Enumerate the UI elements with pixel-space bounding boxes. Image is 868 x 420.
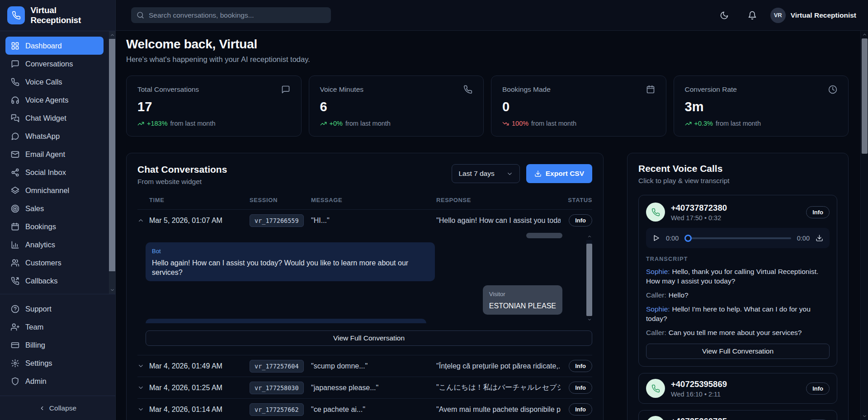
sidebar-item-sales[interactable]: Sales (5, 199, 104, 217)
conversation-scrollbar-thumb[interactable] (586, 244, 592, 316)
gear-icon (11, 359, 19, 368)
collapse-button[interactable]: Collapse (0, 396, 115, 420)
sidebar-scrollbar-thumb[interactable] (109, 39, 115, 271)
row-message: "ce pachete ai..." (311, 406, 436, 414)
stat-label: Voice Minutes (320, 85, 364, 94)
sidebar-scrollbar-track[interactable] (109, 39, 115, 286)
search-icon (137, 11, 144, 19)
scroll-up-icon[interactable] (110, 31, 115, 39)
chevron-up-icon[interactable] (137, 217, 149, 224)
trending-up-icon (685, 120, 692, 127)
sidebar-item-omnichannel[interactable]: Omnichannel (5, 181, 104, 199)
page-scrollbar-thumb[interactable] (862, 38, 868, 154)
voice-call-expanded[interactable]: +40737872380 Wed 17:50 • 0:32 Info 0:00 (638, 195, 837, 367)
info-badge[interactable]: Info (569, 382, 592, 394)
call-meta: Wed 17:50 • 0:32 (671, 214, 727, 222)
sidebar-item-admin[interactable]: Admin (5, 372, 104, 390)
stat-delta-suffix: from last month (716, 120, 761, 127)
scroll-down-icon[interactable] (862, 412, 867, 420)
stat-value: 17 (137, 99, 290, 114)
chevron-down-icon[interactable] (137, 406, 149, 413)
shield-icon (11, 377, 19, 386)
sidebar-item-billing[interactable]: Billing (5, 336, 104, 354)
transcript-speaker: Sophie: (646, 268, 670, 275)
voice-call-list: +40725395869 Wed 16:10 • 2:11 Info (638, 373, 837, 420)
date-range-select[interactable]: Last 7 days (452, 164, 519, 183)
search-box[interactable] (131, 7, 331, 23)
view-full-conversation-button[interactable]: View Full Conversation (646, 344, 830, 359)
table-row-expanded[interactable]: Mar 5, 2026, 01:07 AM vr_177266559 "HI..… (137, 209, 592, 231)
session-badge: vr_177257604 (250, 360, 304, 373)
download-recording-button[interactable] (816, 234, 823, 242)
app-logo (7, 6, 25, 24)
scroll-down-icon[interactable] (110, 286, 115, 294)
sidebar-item-customers[interactable]: Customers (5, 254, 104, 272)
info-badge[interactable]: Info (806, 382, 830, 395)
page-scrollbar-track[interactable] (862, 38, 868, 412)
sidebar-item-email-agent[interactable]: Email Agent (5, 145, 104, 163)
theme-toggle-button[interactable] (720, 11, 729, 20)
sidebar-item-whatsapp[interactable]: WhatsApp (5, 127, 104, 145)
sidebar-item-chat-widget[interactable]: Chat Widget (5, 109, 104, 127)
info-badge[interactable]: Info (806, 206, 830, 218)
info-badge[interactable]: Info (569, 360, 592, 372)
topbar-right: VR Virtual Receptionist (701, 8, 856, 23)
sidebar-item-bookings[interactable]: Bookings (5, 217, 104, 236)
mail-icon (11, 150, 19, 159)
slider-handle[interactable] (684, 235, 692, 242)
sidebar-item-support[interactable]: Support (5, 300, 104, 318)
scroll-down-icon[interactable] (587, 316, 592, 323)
sidebar-item-settings[interactable]: Settings (5, 354, 104, 372)
play-button[interactable] (652, 234, 660, 242)
avatar[interactable]: VR (770, 8, 786, 23)
sidebar-item-team[interactable]: Team (5, 318, 104, 336)
sidebar-item-dashboard[interactable]: Dashboard (5, 37, 104, 55)
transcript-label: TRANSCRIPT (646, 256, 830, 262)
app-logo-row: Virtual Receptionist (0, 0, 115, 31)
scroll-up-icon[interactable] (862, 31, 867, 38)
table-row[interactable]: Mar 4, 2026, 01:49 AM vr_177257604 "scum… (137, 355, 592, 377)
app-root: Virtual Receptionist Dashboard Conversat… (0, 0, 868, 420)
stat-delta: +0% from last month (320, 120, 473, 127)
sidebar-item-label: Billing (25, 341, 45, 349)
headphones-icon (11, 96, 19, 104)
info-badge[interactable]: Info (569, 403, 592, 415)
stat-delta-suffix: from last month (345, 120, 391, 127)
notifications-button[interactable] (748, 11, 757, 20)
download-icon (534, 170, 542, 177)
sidebar-item-voice-calls[interactable]: Voice Calls (5, 73, 104, 91)
row-response: "Hello again! How can I assist you toda.… (436, 217, 561, 225)
scroll-up-icon[interactable] (587, 233, 592, 240)
voice-call-item[interactable]: +40725260725 Tue 12:39 • 0:47 Info (638, 410, 837, 420)
page-scrollbar[interactable] (860, 31, 868, 420)
chat-section-title: Chat Conversations (137, 164, 227, 175)
conversation-scroll-area[interactable]: Bot Hello again! How can I assist you to… (146, 233, 592, 323)
sidebar-item-label: Support (25, 305, 52, 313)
view-full-conversation-button[interactable]: View Full Conversation (146, 330, 592, 346)
stat-delta-percent: +0% (330, 120, 343, 127)
sidebar-item-label: Omnichannel (25, 186, 69, 195)
table-row[interactable]: Mar 4, 2026, 01:14 AM vr_177257662 "ce p… (137, 398, 592, 420)
conversation-scrollbar[interactable] (586, 233, 592, 323)
row-message: "HI..." (311, 217, 436, 225)
seek-slider[interactable] (684, 235, 791, 242)
voice-call-item[interactable]: +40725395869 Wed 16:10 • 2:11 Info (638, 373, 837, 404)
sidebar-item-voice-agents[interactable]: Voice Agents (5, 91, 104, 109)
table-row[interactable]: Mar 4, 2026, 01:25 AM vr_177258030 "japa… (137, 377, 592, 398)
export-csv-button[interactable]: Export CSV (526, 164, 592, 183)
stat-delta-percent: +0.3% (694, 120, 713, 127)
sidebar-item-callbacks[interactable]: Callbacks (5, 272, 104, 290)
chevron-down-icon[interactable] (137, 384, 149, 391)
sidebar-item-label: Analytics (25, 241, 55, 249)
row-time: Mar 4, 2026, 01:25 AM (149, 384, 250, 392)
user-plus-icon (11, 323, 19, 331)
search-input[interactable] (149, 11, 326, 19)
chat-bubble: Bot Tere! Kuidas ma saan teid täna aidat… (146, 319, 426, 323)
sidebar-item-social-inbox[interactable]: Social Inbox (5, 163, 104, 181)
sidebar-item-conversations[interactable]: Conversations (5, 55, 104, 73)
stat-value: 6 (320, 99, 473, 114)
sidebar-scrollbar[interactable] (109, 31, 115, 294)
chevron-down-icon[interactable] (137, 363, 149, 369)
sidebar-item-analytics[interactable]: Analytics (5, 236, 104, 254)
info-badge[interactable]: Info (569, 214, 592, 227)
